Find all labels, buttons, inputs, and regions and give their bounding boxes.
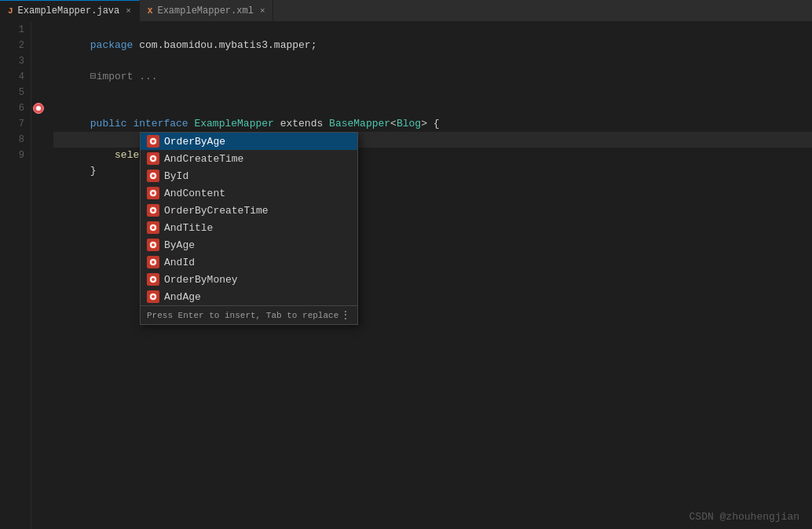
- tab-xml-label: ExampleMapper.xml: [157, 5, 253, 16]
- ac-item-6[interactable]: ByAge: [141, 236, 357, 254]
- ac-icon-9: [147, 290, 159, 303]
- code-line-3: ⊟import ...: [53, 53, 812, 69]
- xml-file-icon: X: [148, 6, 153, 16]
- ac-item-2[interactable]: ById: [141, 167, 357, 184]
- line-num-1: 1: [0, 22, 24, 38]
- ac-label-3: AndContent: [164, 188, 225, 199]
- code-line-5: [53, 85, 812, 100]
- line-numbers: 1 2 3 4 5 6 7 8 9: [0, 22, 31, 529]
- line-num-7: 7: [0, 116, 24, 132]
- code-line-1: package com.baomidou.mybatis3.mapper;: [53, 22, 812, 38]
- code-line-4: [53, 69, 812, 85]
- ac-item-0[interactable]: OrderByAge: [141, 133, 357, 150]
- ac-icon-5: [147, 221, 159, 234]
- line-num-6: 6: [0, 100, 24, 116]
- java-file-icon: J: [8, 6, 13, 16]
- ac-label-5: AndTitle: [164, 222, 213, 234]
- ac-label-7: AndId: [164, 257, 195, 268]
- ac-label-2: ById: [164, 170, 188, 182]
- ac-icon-4: [147, 204, 159, 217]
- ac-icon-0: [147, 135, 159, 148]
- line-num-3: 3: [0, 53, 24, 69]
- code-area[interactable]: package com.baomidou.mybatis3.mapper; ⊟i…: [46, 22, 812, 529]
- ac-label-4: OrderByCreateTime: [164, 205, 269, 217]
- autocomplete-hint: Press Enter to insert, Tab to replace: [147, 311, 338, 320]
- ac-icon-2: [147, 170, 159, 182]
- ac-label-9: AndAge: [164, 291, 201, 303]
- autocomplete-footer: Press Enter to insert, Tab to replace ⋮: [141, 305, 357, 324]
- ac-label-0: OrderByAge: [164, 136, 225, 148]
- line-num-8: 8: [0, 132, 24, 148]
- ac-icon-8: [147, 273, 159, 286]
- code-line-6: public interface ExampleMapper extends B…: [53, 100, 812, 116]
- tab-java-label: ExampleMapper.java: [18, 5, 120, 16]
- line-num-9: 9: [0, 148, 24, 163]
- tab-xml-close[interactable]: ×: [260, 6, 265, 16]
- tab-java-close[interactable]: ×: [126, 6, 131, 16]
- ac-label-8: OrderByMoney: [164, 274, 238, 286]
- ac-label-1: AndCreateTime: [164, 153, 243, 165]
- line-num-4: 4: [0, 69, 24, 85]
- ac-item-3[interactable]: AndContent: [141, 184, 357, 202]
- ac-icon-3: [147, 187, 159, 199]
- ac-options-icon[interactable]: ⋮: [340, 308, 351, 322]
- tab-java[interactable]: J ExampleMapper.java ×: [0, 0, 140, 21]
- breakpoint-area: [31, 22, 46, 529]
- ac-label-6: ByAge: [164, 239, 195, 251]
- tab-xml[interactable]: X ExampleMapper.xml ×: [140, 0, 274, 21]
- ac-item-7[interactable]: AndId: [141, 254, 357, 271]
- ac-item-1[interactable]: AndCreateTime: [141, 150, 357, 167]
- ac-item-5[interactable]: AndTitle: [141, 219, 357, 236]
- line-num-2: 2: [0, 38, 24, 53]
- tab-bar: J ExampleMapper.java × X ExampleMapper.x…: [0, 0, 812, 22]
- watermark: CSDN @zhouhengjian: [689, 511, 799, 523]
- autocomplete-dropdown[interactable]: OrderByAge AndCreateTime ById AndContent: [140, 132, 358, 325]
- ac-icon-6: [147, 239, 159, 251]
- editor: 1 2 3 4 5 6 7 8 9 package com.baomidou.m…: [0, 22, 812, 529]
- ac-item-4[interactable]: OrderByCreateTime: [141, 202, 357, 219]
- ac-item-8[interactable]: OrderByMoney: [141, 271, 357, 288]
- ac-icon-1: [147, 152, 159, 165]
- autocomplete-list: OrderByAge AndCreateTime ById AndContent: [141, 133, 357, 305]
- ac-item-9[interactable]: AndAge: [141, 288, 357, 305]
- line-num-5: 5: [0, 85, 24, 100]
- ac-icon-7: [147, 256, 159, 268]
